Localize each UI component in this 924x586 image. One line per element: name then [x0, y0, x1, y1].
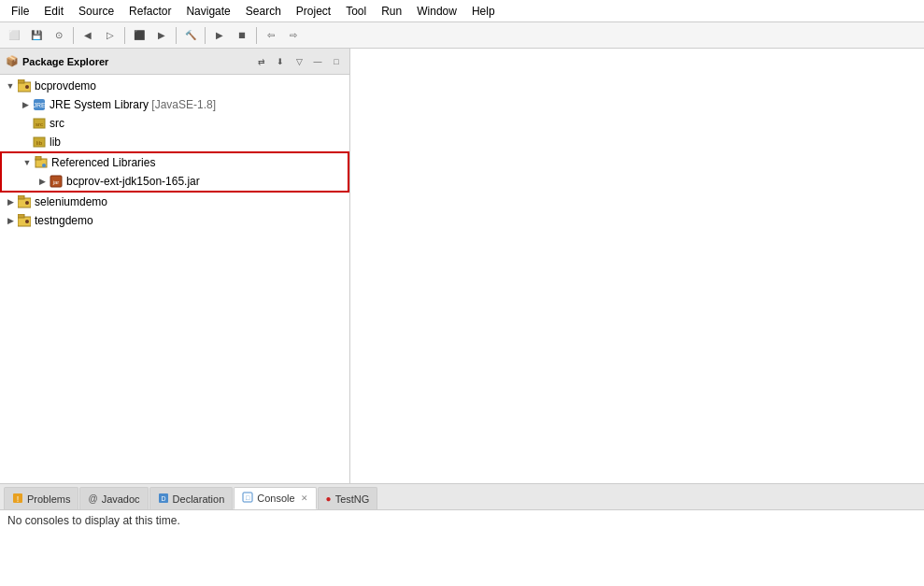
minimize-btn[interactable]: —	[310, 54, 325, 69]
tree-item-bcprovdemo[interactable]: ▼bcprovdemo	[0, 77, 349, 95]
menu-item-navigate[interactable]: Navigate	[178, 3, 237, 20]
svg-rect-1	[18, 79, 24, 83]
tree-arrow-seleniumdemo: ▶	[4, 197, 17, 207]
toolbar-btn-debug[interactable]: ⊙	[49, 25, 69, 46]
tab-label-declaration: Declaration	[173, 493, 225, 505]
menu-item-window[interactable]: Window	[409, 3, 464, 20]
package-explorer-tree: ▼bcprovdemo▶JREJRE System Library [JavaS…	[0, 75, 349, 483]
referenced-libraries-highlight-box: ▼Referenced Libraries▶jarbcprov-ext-jdk1…	[0, 151, 349, 193]
tree-item-jar1[interactable]: ▶jarbcprov-ext-jdk15on-165.jar	[2, 172, 348, 191]
toolbar-btn-run[interactable]: ▶	[151, 25, 172, 46]
tab-icon-declaration: D	[158, 493, 169, 506]
tree-icon-lib: lib	[32, 135, 47, 150]
menu-item-tool[interactable]: Tool	[338, 3, 374, 20]
bottom-tab-testng[interactable]: ●TestNG	[318, 487, 378, 509]
editor-area	[350, 49, 924, 483]
svg-rect-18	[18, 214, 24, 218]
toolbar-btn-next[interactable]: ⇨	[283, 25, 304, 46]
tree-item-seleniumdemo[interactable]: ▶seleniumdemo	[0, 193, 349, 211]
tree-item-jre[interactable]: ▶JREJRE System Library [JavaSE-1.8]	[0, 95, 349, 114]
package-explorer-panel: 📦 Package Explorer ⇄ ⬇ ▽ — □ ▼bcprovdemo…	[0, 49, 350, 483]
tree-arrow-bcprovdemo: ▼	[4, 81, 17, 91]
tree-icon-jre: JRE	[32, 97, 47, 112]
toolbar-separator	[176, 27, 177, 44]
toolbar-btn-stop[interactable]: ⬛	[129, 25, 149, 46]
toolbar-btn-back[interactable]: ◀	[78, 25, 98, 46]
svg-point-19	[25, 220, 29, 223]
tree-item-reflib[interactable]: ▼Referenced Libraries	[2, 153, 348, 172]
package-explorer-icon: 📦	[6, 55, 19, 67]
toolbar-btn-terminate[interactable]: ⏹	[232, 25, 252, 46]
svg-text:!: !	[17, 494, 20, 504]
tab-label-problems: Problems	[27, 493, 70, 505]
tab-icon-console: □	[242, 492, 253, 505]
toolbar-btn-run2[interactable]: ▶	[209, 25, 230, 46]
tree-icon-bcprovdemo	[17, 79, 32, 93]
menu-item-source[interactable]: Source	[71, 3, 121, 20]
bottom-tab-javadoc[interactable]: @Javadoc	[79, 487, 148, 509]
tree-item-lib[interactable]: liblib	[0, 133, 349, 151]
tab-icon-problems: !	[12, 493, 23, 506]
maximize-btn[interactable]: □	[329, 54, 344, 69]
svg-point-11	[42, 164, 46, 167]
tab-close-console[interactable]: ✕	[301, 493, 308, 503]
menu-item-file[interactable]: File	[4, 3, 36, 20]
package-explorer-header: 📦 Package Explorer ⇄ ⬇ ▽ — □	[0, 49, 349, 75]
menu-bar: FileEditSourceRefactorNavigateSearchProj…	[0, 0, 924, 22]
bottom-tab-problems[interactable]: !Problems	[4, 487, 78, 509]
svg-text:jar: jar	[52, 179, 60, 185]
tree-icon-reflib	[34, 155, 49, 170]
svg-point-16	[25, 201, 29, 205]
sync-btn[interactable]: ⇄	[254, 54, 269, 69]
bottom-tab-declaration[interactable]: DDeclaration	[149, 487, 234, 509]
menu-item-refactor[interactable]: Refactor	[121, 3, 178, 20]
menu-item-help[interactable]: Help	[464, 3, 503, 20]
svg-text:JRE: JRE	[33, 102, 46, 108]
bottom-tabs: !Problems@JavadocDDeclaration□Console✕●T…	[0, 484, 924, 510]
tree-icon-seleniumdemo	[17, 194, 32, 209]
tree-label-bcprovdemo: bcprovdemo	[35, 79, 96, 93]
menu-item-run[interactable]: Run	[374, 3, 409, 20]
svg-rect-10	[36, 156, 41, 160]
menu-item-search[interactable]: Search	[238, 3, 289, 20]
toolbar-btn-forward[interactable]: ▷	[100, 25, 121, 46]
tree-label-reflib: Referenced Libraries	[51, 156, 155, 169]
tree-item-testngdemo[interactable]: ▶testngdemo	[0, 211, 349, 230]
svg-text:D: D	[161, 495, 165, 502]
tree-icon-src: src	[32, 116, 47, 131]
tree-arrow-jar1: ▶	[36, 177, 49, 186]
toolbar-btn-prev[interactable]: ⇦	[261, 25, 281, 46]
tab-label-console: Console	[257, 493, 294, 504]
console-message: No consoles to display at this time.	[7, 514, 180, 527]
tree-arrow-jre: ▶	[19, 100, 32, 109]
collapse-all-btn[interactable]: ⬇	[273, 54, 288, 69]
tab-icon-testng: ●	[326, 493, 332, 504]
toolbar-separator	[124, 27, 125, 44]
bottom-tab-console[interactable]: □Console✕	[234, 487, 316, 509]
toolbar-separator	[256, 27, 257, 44]
tab-label-javadoc: Javadoc	[102, 493, 140, 505]
menu-item-project[interactable]: Project	[289, 3, 338, 20]
package-explorer-title: Package Explorer	[22, 56, 250, 67]
tree-arrow-reflib: ▼	[21, 158, 34, 167]
svg-text:src: src	[36, 121, 43, 127]
tree-label-seleniumdemo: seleniumdemo	[35, 195, 107, 208]
bottom-content: No consoles to display at this time.	[0, 510, 924, 586]
tab-label-testng: TestNG	[335, 493, 370, 505]
tree-arrow-testngdemo: ▶	[4, 216, 17, 225]
svg-text:lib: lib	[36, 140, 43, 146]
tree-label-lib: lib	[50, 136, 61, 149]
toolbar-separator	[205, 27, 206, 44]
toolbar: ⬜💾⊙◀▷⬛▶🔨▶⏹⇦⇨	[0, 22, 924, 49]
tree-icon-jar1: jar	[49, 174, 64, 189]
view-menu-btn[interactable]: ▽	[291, 54, 306, 69]
main-content: 📦 Package Explorer ⇄ ⬇ ▽ — □ ▼bcprovdemo…	[0, 49, 924, 586]
menu-item-edit[interactable]: Edit	[36, 3, 71, 20]
toolbar-btn-new[interactable]: ⬜	[4, 25, 24, 46]
toolbar-btn-build[interactable]: 🔨	[180, 25, 201, 46]
tree-label-jar1: bcprov-ext-jdk15on-165.jar	[66, 175, 200, 188]
tree-label-jre: JRE System Library [JavaSE-1.8]	[50, 98, 216, 111]
toolbar-btn-save[interactable]: 💾	[26, 25, 47, 46]
toolbar-separator	[73, 27, 74, 44]
tree-item-src[interactable]: srcsrc	[0, 114, 349, 133]
